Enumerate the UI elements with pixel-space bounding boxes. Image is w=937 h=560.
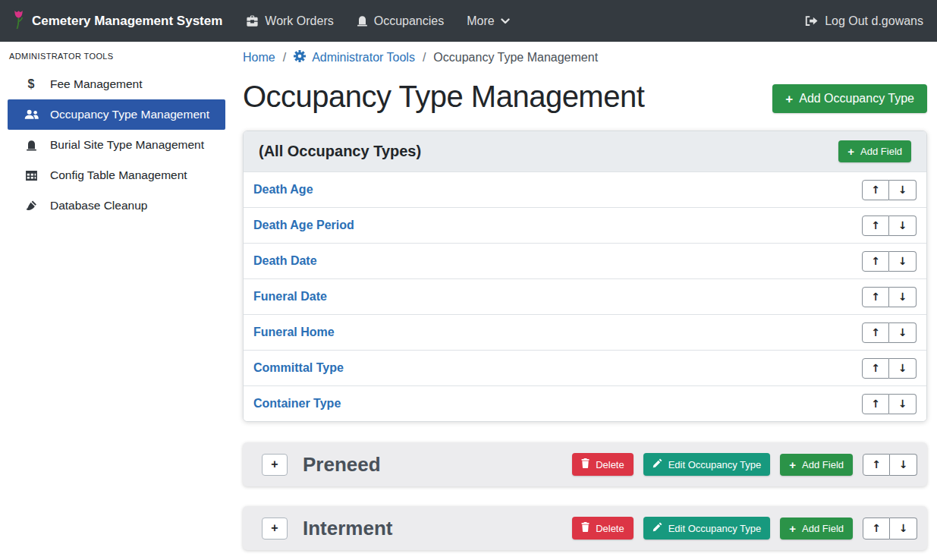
nav-work-orders[interactable]: Work Orders bbox=[234, 14, 344, 28]
field-link-funeral-home[interactable]: Funeral Home bbox=[253, 326, 335, 339]
card-title: (All Occupancy Types) bbox=[259, 143, 421, 160]
breadcrumb-separator: / bbox=[423, 51, 426, 64]
add-field-label: Add Field bbox=[802, 459, 844, 470]
edit-occupancy-type-label: Edit Occupancy Type bbox=[668, 523, 762, 534]
sidebar-item-burial-site-type-management[interactable]: Burial Site Type Management bbox=[8, 130, 225, 160]
main-content: Home / Administrator Tools / Occupancy T… bbox=[235, 42, 937, 560]
trash-icon bbox=[581, 458, 590, 470]
breadcrumb-home-link[interactable]: Home bbox=[243, 51, 275, 64]
add-occupancy-type-button[interactable]: + Add Occupancy Type bbox=[772, 84, 927, 113]
move-up-button[interactable]: ↑ bbox=[863, 454, 890, 476]
move-up-button[interactable]: ↑ bbox=[862, 358, 889, 379]
arrow-down-icon: ↓ bbox=[898, 398, 907, 410]
reorder-button-group: ↑ ↓ bbox=[862, 322, 917, 343]
arrow-up-icon: ↑ bbox=[872, 458, 881, 470]
pencil-icon bbox=[652, 458, 662, 470]
reorder-button-group: ↑ ↓ bbox=[862, 216, 917, 236]
expand-button[interactable]: + bbox=[262, 518, 288, 540]
chevron-down-icon bbox=[501, 18, 510, 24]
add-occupancy-type-label: Add Occupancy Type bbox=[799, 92, 914, 105]
move-down-button[interactable]: ↓ bbox=[889, 287, 917, 307]
plus-icon: + bbox=[785, 93, 793, 105]
brand[interactable]: Cemetery Management System bbox=[12, 9, 222, 33]
delete-button[interactable]: Delete bbox=[572, 453, 634, 476]
sidebar-item-occupancy-type-management[interactable]: Occupancy Type Management bbox=[8, 99, 225, 130]
edit-occupancy-type-button[interactable]: Edit Occupancy Type bbox=[643, 453, 771, 476]
field-row: Funeral Home ↑ ↓ bbox=[244, 314, 926, 350]
move-down-button[interactable]: ↓ bbox=[889, 394, 917, 414]
move-up-button[interactable]: ↑ bbox=[863, 518, 890, 540]
sidebar-item-fee-management[interactable]: $ Fee Management bbox=[8, 69, 225, 99]
sidebar-heading: Administrator Tools bbox=[0, 52, 235, 69]
breadcrumb-separator: / bbox=[283, 51, 286, 64]
reorder-button-group: ↑ ↓ bbox=[862, 358, 917, 379]
field-link-death-date[interactable]: Death Date bbox=[253, 254, 317, 268]
reorder-button-group: ↑ ↓ bbox=[862, 394, 917, 414]
delete-button[interactable]: Delete bbox=[572, 517, 634, 540]
nav-occupancies[interactable]: Occupancies bbox=[345, 14, 456, 28]
title-row: Occupancy Type Management + Add Occupanc… bbox=[243, 79, 927, 114]
field-link-death-age-period[interactable]: Death Age Period bbox=[253, 219, 354, 232]
reorder-button-group: ↑ ↓ bbox=[863, 518, 917, 540]
field-row: Funeral Date ↑ ↓ bbox=[244, 278, 926, 314]
move-down-button[interactable]: ↓ bbox=[889, 358, 917, 379]
breadcrumb: Home / Administrator Tools / Occupancy T… bbox=[243, 49, 927, 65]
arrow-up-icon: ↑ bbox=[871, 255, 880, 267]
move-down-button[interactable]: ↓ bbox=[889, 251, 917, 272]
field-row: Container Type ↑ ↓ bbox=[244, 385, 926, 421]
field-row: Death Age Period ↑ ↓ bbox=[244, 207, 926, 243]
move-up-button[interactable]: ↑ bbox=[862, 216, 889, 236]
dollar-icon: $ bbox=[23, 77, 39, 91]
edit-occupancy-type-button[interactable]: Edit Occupancy Type bbox=[643, 517, 771, 540]
move-up-button[interactable]: ↑ bbox=[862, 180, 889, 200]
breadcrumb-admin-tools-link[interactable]: Administrator Tools bbox=[294, 50, 415, 65]
add-field-button[interactable]: + Add Field bbox=[838, 140, 911, 162]
logout-button[interactable]: Log Out d.gowans bbox=[805, 14, 925, 28]
expand-button[interactable]: + bbox=[262, 454, 288, 476]
sidebar-item-label: Config Table Management bbox=[50, 168, 187, 182]
sidebar-item-database-cleanup[interactable]: Database Cleanup bbox=[8, 190, 225, 221]
field-link-committal-type[interactable]: Committal Type bbox=[253, 361, 344, 375]
move-down-button[interactable]: ↓ bbox=[890, 518, 917, 540]
add-field-button[interactable]: + Add Field bbox=[780, 518, 853, 540]
card-header: (All Occupancy Types) + Add Field bbox=[244, 131, 926, 171]
move-down-button[interactable]: ↓ bbox=[889, 322, 917, 343]
move-down-button[interactable]: ↓ bbox=[889, 216, 917, 236]
nav-more[interactable]: More bbox=[455, 14, 520, 28]
breadcrumb-current: Occupancy Type Management bbox=[433, 51, 598, 64]
arrow-down-icon: ↓ bbox=[899, 458, 908, 470]
arrow-down-icon: ↓ bbox=[898, 184, 907, 196]
sidebar-item-label: Occupancy Type Management bbox=[50, 108, 209, 121]
plus-icon: + bbox=[789, 459, 796, 470]
edit-occupancy-type-label: Edit Occupancy Type bbox=[668, 459, 762, 470]
arrow-down-icon: ↓ bbox=[898, 255, 907, 267]
sidebar-item-config-table-management[interactable]: Config Table Management bbox=[8, 160, 225, 190]
field-link-container-type[interactable]: Container Type bbox=[253, 397, 341, 411]
move-up-button[interactable]: ↑ bbox=[862, 251, 889, 272]
add-field-label: Add Field bbox=[860, 146, 902, 157]
nav-work-orders-label: Work Orders bbox=[265, 14, 333, 28]
move-down-button[interactable]: ↓ bbox=[890, 454, 917, 476]
sidebar-item-label: Database Cleanup bbox=[50, 199, 147, 212]
sidebar-item-label: Fee Management bbox=[50, 77, 143, 91]
arrow-down-icon: ↓ bbox=[898, 362, 907, 374]
reorder-button-group: ↑ ↓ bbox=[862, 180, 917, 200]
move-up-button[interactable]: ↑ bbox=[862, 394, 889, 414]
move-down-button[interactable]: ↓ bbox=[889, 180, 917, 200]
field-link-death-age[interactable]: Death Age bbox=[253, 183, 313, 197]
section-actions: Delete Edit Occupancy Type + Add Field ↑… bbox=[572, 453, 917, 476]
broom-icon bbox=[23, 200, 39, 212]
move-up-button[interactable]: ↑ bbox=[862, 322, 889, 343]
arrow-up-icon: ↑ bbox=[871, 219, 880, 231]
add-field-label: Add Field bbox=[802, 523, 844, 534]
pencil-icon bbox=[652, 522, 662, 534]
trash-icon bbox=[581, 522, 590, 534]
add-field-button[interactable]: + Add Field bbox=[780, 454, 853, 476]
page-title: Occupancy Type Management bbox=[243, 79, 644, 114]
tombstone-icon bbox=[357, 15, 368, 27]
section-title: Preneed bbox=[303, 453, 381, 477]
tombstone-icon bbox=[23, 140, 39, 151]
move-up-button[interactable]: ↑ bbox=[862, 287, 889, 307]
field-link-funeral-date[interactable]: Funeral Date bbox=[253, 290, 327, 304]
field-row: Death Age ↑ ↓ bbox=[244, 171, 926, 207]
